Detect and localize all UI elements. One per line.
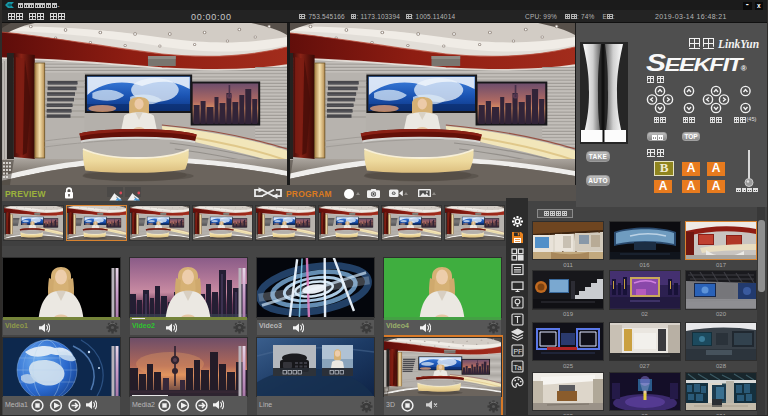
svg-text:Ta: Ta — [513, 363, 522, 372]
svg-text:PF: PF — [513, 347, 522, 354]
